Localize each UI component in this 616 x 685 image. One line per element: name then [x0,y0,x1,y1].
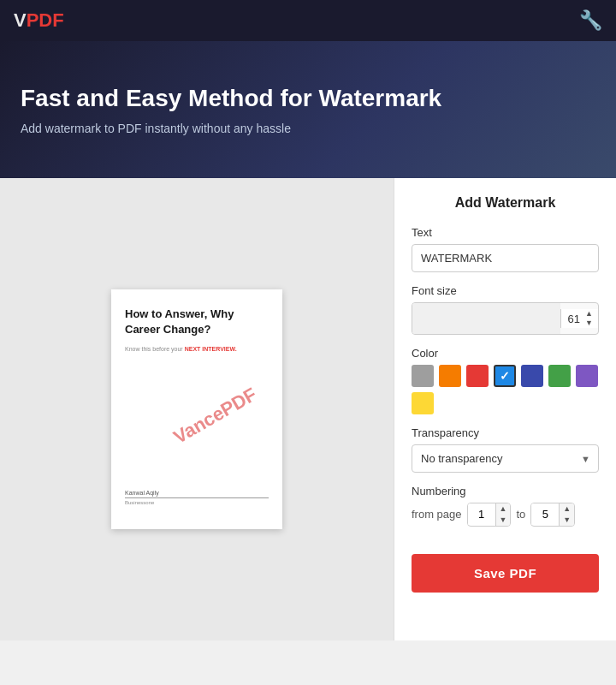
panel-title: Add Watermark [412,195,599,211]
to-page-input-wrap: ▲ ▼ [530,503,575,527]
transparency-select-wrap: No transparency25%50%75% ▼ [412,444,599,473]
pdf-subtitle-text: Know this before your [125,346,185,352]
font-size-label: Font size [412,284,599,297]
color-swatch-blue[interactable]: ✓ [494,365,516,387]
color-swatch-orange[interactable] [439,365,461,387]
font-size-value-wrap: 61 ▲ ▼ [560,309,598,328]
hero-subtitle: Add watermark to PDF instantly without a… [21,122,595,135]
transparency-field-group: Transparency No transparency25%50%75% ▼ [412,426,599,473]
font-size-field-group: Font size 61 ▲ ▼ [412,284,599,335]
to-page-input[interactable] [531,503,559,525]
from-page-arrows: ▲ ▼ [495,503,511,526]
numbering-label: Numbering [412,485,599,497]
color-label: Color [412,347,599,360]
from-page-label: from page [412,508,462,521]
color-swatch-gray[interactable] [412,365,434,387]
pdf-page: How to Answer, Why Career Change? Know t… [111,289,282,529]
from-page-down-button[interactable]: ▼ [496,515,511,526]
pdf-subtitle-bold: NEXT INTERVIEW. [185,346,237,352]
logo-pdf: PDF [27,9,64,31]
color-swatch-green[interactable] [548,365,571,387]
numbering-row: from page ▲ ▼ to ▲ ▼ [412,503,599,527]
from-page-up-button[interactable]: ▲ [496,503,511,515]
font-size-value: 61 [565,313,583,325]
settings-icon[interactable]: 🔧 [579,9,602,32]
font-size-up-button[interactable]: ▲ [583,309,595,319]
pdf-preview-panel: How to Answer, Why Career Change? Know t… [0,178,394,640]
pdf-page-title: How to Answer, Why Career Change? [125,307,269,337]
pdf-author-section: Kanwal Aqily Businessone [125,490,269,505]
from-page-input[interactable] [468,503,495,525]
transparency-select[interactable]: No transparency25%50%75% [412,444,599,473]
to-page-up-button[interactable]: ▲ [560,503,574,515]
pdf-author-name: Kanwal Aqily [125,490,269,498]
color-swatches: ✓ [412,365,599,414]
watermark-text-input[interactable] [412,244,599,272]
transparency-label: Transparency [412,426,599,439]
numbering-field-group: Numbering from page ▲ ▼ to ▲ ▼ [412,485,599,527]
color-swatch-red[interactable] [466,365,489,387]
color-swatch-purple[interactable] [576,365,598,387]
controls-panel: Add Watermark Text Font size 61 ▲ ▼ [394,178,616,640]
logo-v: V [14,9,27,31]
pdf-watermark: VancePDF [169,384,260,449]
to-page-arrows: ▲ ▼ [559,503,574,526]
from-page-input-wrap: ▲ ▼ [467,503,512,527]
pdf-author-title: Businessone [125,500,269,505]
color-field-group: Color ✓ [412,347,599,414]
hero-section: Fast and Easy Method for Watermark Add w… [0,41,616,178]
font-size-down-button[interactable]: ▼ [583,319,595,328]
app-logo: VPDF [14,9,64,32]
pdf-subtitle: Know this before your NEXT INTERVIEW. [125,346,269,352]
font-size-container: 61 ▲ ▼ [412,302,599,335]
color-swatch-indigo[interactable] [521,365,543,387]
app-header: VPDF 🔧 [0,0,616,41]
to-page-down-button[interactable]: ▼ [560,515,574,526]
hero-title: Fast and Easy Method for Watermark [21,84,595,113]
to-label: to [516,508,525,521]
main-content: How to Answer, Why Career Change? Know t… [0,178,616,640]
text-field-group: Text [412,226,599,272]
save-pdf-button[interactable]: Save PDF [412,554,599,593]
font-size-fill [412,303,560,334]
color-swatch-yellow[interactable] [412,392,434,414]
font-size-arrows: ▲ ▼ [583,309,595,328]
text-label: Text [412,226,599,239]
